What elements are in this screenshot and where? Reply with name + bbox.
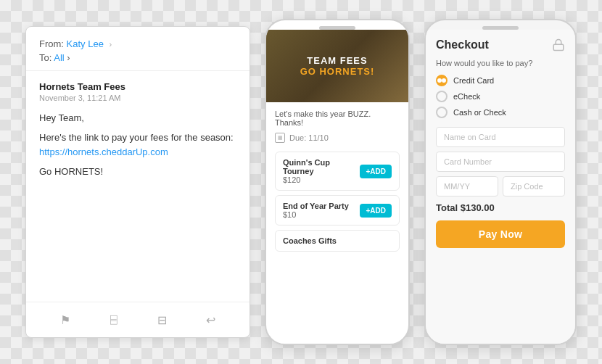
email-body: Hornets Team Fees November 3, 11:21 AM H… bbox=[26, 71, 250, 302]
calendar-icon: ▦ bbox=[275, 133, 285, 143]
add-button-0[interactable]: +ADD bbox=[360, 165, 392, 178]
to-chevron-icon: › bbox=[67, 52, 70, 63]
to-label: To: bbox=[39, 52, 51, 63]
email-subject: Hornets Team Fees bbox=[39, 81, 236, 92]
card-expiry-row: MM/YY Zip Code bbox=[436, 176, 565, 197]
fee-item-1: End of Year Party $10 +ADD bbox=[275, 195, 400, 226]
checkout-inner: Checkout How would you like to pay? Cred… bbox=[426, 30, 575, 344]
app-due: ▦ Due: 11/10 bbox=[275, 133, 400, 143]
payment-option-echeck[interactable]: eCheck bbox=[436, 91, 565, 102]
fee-name-2: Coaches Gifts bbox=[283, 236, 337, 245]
lock-icon bbox=[552, 38, 565, 51]
payment-label-credit: Credit Card bbox=[453, 76, 494, 85]
card-number-input[interactable]: Card Number bbox=[436, 152, 565, 172]
email-sign: Go HORNETS! bbox=[39, 166, 236, 177]
sender-name: Katy Lee bbox=[67, 38, 104, 49]
total-row: Total $130.00 bbox=[436, 202, 565, 213]
app-tagline: Let's make this year BUZZ. Thanks! bbox=[275, 109, 400, 127]
checkout-phone: Checkout How would you like to pay? Cred… bbox=[424, 19, 577, 345]
zip-code-input[interactable]: Zip Code bbox=[503, 176, 565, 197]
name-on-card-input[interactable]: Name on Card bbox=[436, 127, 565, 147]
checkout-header: Checkout bbox=[436, 38, 565, 51]
fee-name-0: Quinn's Cup Tourney bbox=[283, 158, 360, 175]
banner-line2: GO HORNETS! bbox=[300, 66, 375, 77]
to-value: All bbox=[54, 52, 64, 63]
email-panel: From: Katy Lee › To: All › Hornets Team … bbox=[25, 26, 250, 338]
email-greeting: Hey Team, bbox=[39, 112, 236, 123]
fee-name-1: End of Year Party bbox=[283, 202, 349, 210]
checkout-title: Checkout bbox=[436, 38, 489, 51]
due-date: Due: 11/10 bbox=[289, 133, 329, 142]
email-date: November 3, 11:21 AM bbox=[39, 94, 236, 102]
fee-item-0: Quinn's Cup Tourney $120 +ADD bbox=[275, 152, 400, 191]
phone-inner: TEAM FEES GO HORNETS! Let's make this ye… bbox=[266, 30, 408, 344]
fee-amount-0: $120 bbox=[283, 175, 360, 184]
add-button-1[interactable]: +ADD bbox=[360, 204, 392, 218]
payment-label-echeck: eCheck bbox=[453, 92, 480, 101]
radio-echeck[interactable] bbox=[436, 91, 448, 102]
payment-option-cash[interactable]: Cash or Check bbox=[436, 107, 565, 118]
fee-info-1: End of Year Party $10 bbox=[283, 202, 349, 219]
chevron-icon: › bbox=[110, 40, 112, 49]
payment-label-cash: Cash or Check bbox=[453, 108, 506, 117]
email-from: From: Katy Lee › bbox=[39, 38, 236, 49]
fee-item-2: Coaches Gifts bbox=[275, 230, 400, 252]
fee-info-0: Quinn's Cup Tourney $120 bbox=[283, 158, 360, 184]
pay-now-button[interactable]: Pay Now bbox=[436, 220, 565, 248]
team-banner: TEAM FEES GO HORNETS! bbox=[266, 30, 408, 102]
radio-cash[interactable] bbox=[436, 107, 448, 118]
radio-credit[interactable] bbox=[436, 75, 448, 86]
reply-icon[interactable]: ↩ bbox=[202, 311, 220, 328]
folder-icon[interactable]: ⌸ bbox=[105, 311, 123, 328]
mm-yy-input[interactable]: MM/YY bbox=[436, 176, 498, 197]
email-content-text: Here's the link to pay your fees for the… bbox=[39, 131, 236, 159]
email-link[interactable]: https://hornets.cheddarUp.com bbox=[39, 146, 168, 157]
archive-icon[interactable]: ⊟ bbox=[154, 311, 171, 328]
svg-rect-0 bbox=[553, 44, 564, 50]
from-label: From: bbox=[39, 38, 64, 49]
banner-line1: TEAM FEES bbox=[300, 55, 375, 66]
app-content: Let's make this year BUZZ. Thanks! ▦ Due… bbox=[266, 102, 408, 263]
checkout-question: How would you like to pay? bbox=[436, 59, 565, 67]
radio-check-credit bbox=[437, 78, 442, 83]
email-toolbar: ⚑ ⌸ ⊟ ↩ bbox=[26, 302, 250, 337]
email-header: From: Katy Lee › To: All › bbox=[26, 27, 250, 71]
payment-option-credit[interactable]: Credit Card bbox=[436, 75, 565, 86]
payment-options: Credit Card eCheck Cash or Check bbox=[436, 75, 565, 118]
fee-amount-1: $10 bbox=[283, 210, 349, 219]
banner-text: TEAM FEES GO HORNETS! bbox=[300, 55, 375, 77]
flag-icon[interactable]: ⚑ bbox=[57, 311, 74, 328]
app-phone: TEAM FEES GO HORNETS! Let's make this ye… bbox=[265, 19, 410, 345]
email-to: To: All › bbox=[39, 52, 236, 63]
fee-info-2: Coaches Gifts bbox=[283, 236, 337, 245]
